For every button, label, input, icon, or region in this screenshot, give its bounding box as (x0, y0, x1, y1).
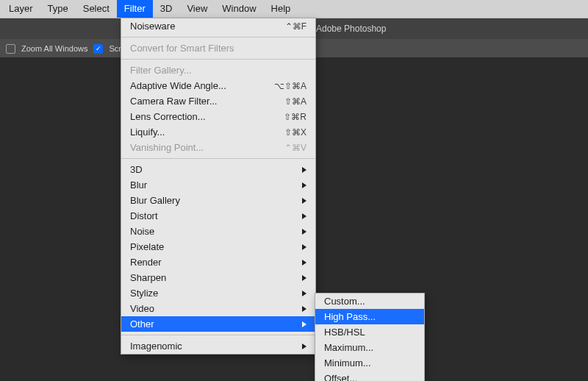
menu-type[interactable]: Type (40, 0, 76, 18)
filter-gallery: Filter Gallery... (121, 63, 315, 78)
submenu-arrow-icon (302, 167, 306, 173)
filter-cat-stylize[interactable]: Stylize (121, 285, 315, 301)
filter-dropdown: Noiseware ⌃⌘F Convert for Smart Filters … (121, 18, 316, 355)
menu-help[interactable]: Help (264, 0, 298, 18)
filter-lens-correction[interactable]: Lens Correction... ⇧⌘R (121, 109, 315, 124)
submenu-arrow-icon (302, 182, 306, 188)
menu-view[interactable]: View (179, 0, 215, 18)
other-maximum[interactable]: Maximum... (315, 340, 424, 355)
zoom-all-windows-label: Zoom All Windows (21, 44, 87, 53)
filter-cat-sharpen[interactable]: Sharpen (121, 270, 315, 285)
filter-plugin-imagenomic[interactable]: Imagenomic (121, 338, 315, 354)
submenu-arrow-icon (302, 198, 306, 204)
submenu-arrow-icon (302, 343, 306, 349)
filter-liquify[interactable]: Liquify... ⇧⌘X (121, 124, 315, 140)
submenu-arrow-icon (302, 291, 306, 296)
filter-cat-other[interactable]: Other (121, 316, 315, 332)
other-custom[interactable]: Custom... (315, 293, 424, 309)
other-minimum[interactable]: Minimum... (315, 355, 424, 371)
other-offset[interactable]: Offset... (315, 371, 424, 381)
filter-last-used[interactable]: Noiseware ⌃⌘F (121, 18, 315, 34)
separator (121, 335, 315, 335)
filter-camera-raw[interactable]: Camera Raw Filter... ⇧⌘A (121, 93, 315, 109)
other-high-pass[interactable]: High Pass... (315, 309, 424, 324)
separator (121, 158, 315, 159)
menu-3d[interactable]: 3D (153, 0, 180, 18)
filter-cat-3d[interactable]: 3D (121, 162, 315, 177)
submenu-arrow-icon (302, 260, 306, 266)
submenu-arrow-icon (302, 321, 306, 327)
filter-cat-blur-gallery[interactable]: Blur Gallery (121, 193, 315, 208)
app-title: Adobe Photoshop (316, 24, 386, 34)
filter-cat-video[interactable]: Video (121, 301, 315, 316)
filter-cat-render[interactable]: Render (121, 254, 315, 270)
menu-layer[interactable]: Layer (1, 0, 40, 18)
submenu-arrow-icon (302, 275, 306, 281)
menu-filter[interactable]: Filter (117, 0, 153, 18)
filter-adaptive-wide-angle[interactable]: Adaptive Wide Angle... ⌥⇧⌘A (121, 78, 315, 93)
filter-vanishing-point: Vanishing Point... ⌃⌘V (121, 140, 315, 155)
separator (121, 59, 315, 60)
filter-convert-smart: Convert for Smart Filters (121, 40, 315, 56)
submenu-arrow-icon (302, 244, 306, 250)
other-hsb-hsl[interactable]: HSB/HSL (315, 324, 424, 340)
menu-select[interactable]: Select (76, 0, 117, 18)
submenu-arrow-icon (302, 229, 306, 235)
menu-window[interactable]: Window (215, 0, 263, 18)
zoom-all-windows-checkbox[interactable] (6, 44, 15, 54)
submenu-arrow-icon (302, 213, 306, 219)
filter-cat-distort[interactable]: Distort (121, 208, 315, 224)
scrubby-zoom-checkbox[interactable]: ✓ (93, 44, 103, 54)
separator (121, 37, 315, 38)
filter-cat-noise[interactable]: Noise (121, 224, 315, 239)
filter-other-submenu: Custom... High Pass... HSB/HSL Maximum..… (315, 293, 425, 381)
filter-cat-pixelate[interactable]: Pixelate (121, 239, 315, 254)
submenu-arrow-icon (302, 306, 306, 312)
filter-cat-blur[interactable]: Blur (121, 177, 315, 193)
menubar: Layer Type Select Filter 3D View Window … (0, 0, 588, 18)
